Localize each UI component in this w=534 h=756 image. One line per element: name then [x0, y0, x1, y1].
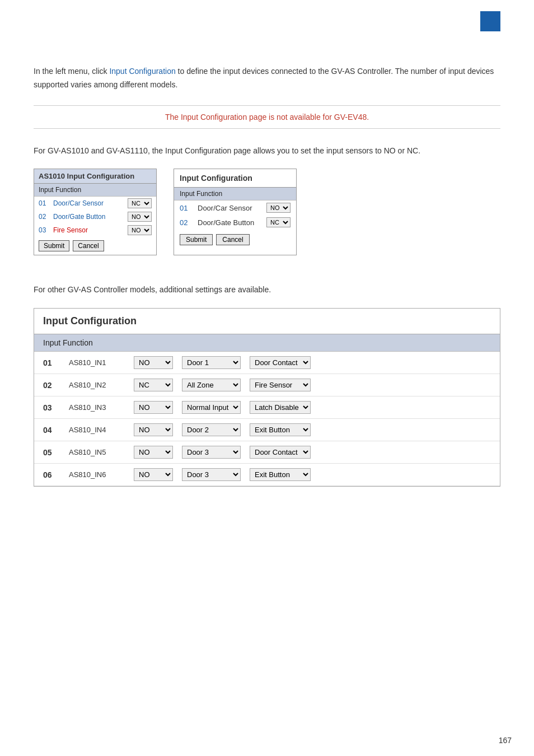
function-select[interactable]: Exit ButtonDoor ContactFire SensorLatch …	[250, 423, 311, 436]
row-num: 06	[43, 470, 60, 479]
table-row: 05 AS810_IN5 NONC Door 3Door 1Door 2All …	[34, 441, 500, 464]
row-label: Fire Sensor	[53, 226, 124, 234]
as1110-panel: Input Configuration Input Function 01 Do…	[174, 169, 297, 255]
row-num: 04	[43, 426, 60, 435]
nc-no-select[interactable]: NONC	[134, 468, 173, 481]
zone-select[interactable]: Door 3Door 1Door 2All ZoneNormal Input	[182, 468, 241, 481]
table-row: 06 AS810_IN6 NONC Door 3Door 1Door 2All …	[34, 464, 500, 486]
big-panel-title: Input Configuration	[34, 309, 500, 334]
blue-nav-square[interactable]	[480, 11, 500, 31]
row-name: AS810_IN4	[69, 426, 125, 434]
row-name: AS810_IN3	[69, 403, 125, 412]
configs-row: AS1010 Input Configuration Input Functio…	[34, 169, 500, 255]
as1110-panel-title: Input Configuration	[174, 169, 296, 188]
zone-select[interactable]: Door 2Door 1Door 3All ZoneNormal Input	[182, 423, 241, 436]
nc-no-select[interactable]: NCNO	[134, 379, 173, 391]
as1010-cancel-button[interactable]: Cancel	[73, 240, 104, 251]
intro-paragraph: In the left menu, click Input Configurat…	[34, 65, 500, 92]
row-select[interactable]: NONC	[266, 203, 291, 213]
zone-select[interactable]: Door 1Door 2Door 3All ZoneNormal Input	[182, 356, 241, 369]
table-row: 04 AS810_IN4 NONC Door 2Door 1Door 3All …	[34, 419, 500, 441]
row-num: 02	[180, 218, 193, 227]
row-num: 02	[39, 213, 50, 221]
zone-select[interactable]: Normal InputDoor 1Door 2Door 3All Zone	[182, 401, 241, 414]
table-row: 03 AS810_IN3 NONC Normal InputDoor 1Door…	[34, 396, 500, 419]
row-select[interactable]: NONC	[128, 212, 152, 222]
row-select[interactable]: NCNO	[128, 198, 152, 208]
as1010-buttons: Submit Cancel	[34, 237, 156, 255]
table-row: 01 Door/Car Sensor NCNO	[34, 197, 156, 210]
notice-text: The Input Configuration page is not avai…	[165, 113, 369, 122]
row-num: 05	[43, 448, 60, 457]
function-select[interactable]: Exit ButtonDoor ContactFire SensorLatch …	[250, 468, 311, 481]
as1010-panel-title: AS1010 Input Configuration	[34, 169, 156, 184]
as1010-panel: AS1010 Input Configuration Input Functio…	[34, 169, 157, 255]
as1010-submit-button[interactable]: Submit	[39, 240, 69, 251]
as1110-submit-button[interactable]: Submit	[180, 234, 213, 245]
table-row: 02 Door/Gate Button NCNO	[174, 215, 296, 230]
zone-select[interactable]: Door 3Door 1Door 2All ZoneNormal Input	[182, 446, 241, 459]
nc-no-select[interactable]: NONC	[134, 356, 173, 369]
row-label: Door/Car Sensor	[198, 204, 262, 212]
intro-link[interactable]: Input Configuration	[109, 67, 175, 76]
page-number: 167	[499, 736, 512, 745]
row-num: 02	[43, 381, 60, 390]
table-row: 03 Fire Sensor NONC	[34, 223, 156, 237]
section2-text: For other GV-AS Controller models, addit…	[34, 283, 500, 297]
row-name: AS810_IN5	[69, 448, 125, 456]
table-row: 02 AS810_IN2 NCNO All ZoneDoor 1Door 2Do…	[34, 374, 500, 396]
function-select[interactable]: Door ContactFire SensorLatch DisableExit…	[250, 446, 311, 459]
row-label: Door/Gate Button	[198, 218, 262, 227]
table-row: 01 Door/Car Sensor NONC	[174, 200, 296, 215]
function-select[interactable]: Latch DisableDoor ContactFire SensorExit…	[250, 401, 311, 414]
as1110-buttons: Submit Cancel	[174, 230, 296, 250]
nc-no-select[interactable]: NONC	[134, 401, 173, 414]
row-num: 01	[39, 199, 50, 207]
row-select[interactable]: NONC	[128, 225, 152, 235]
big-panel-section-header: Input Function	[34, 334, 500, 352]
zone-select[interactable]: All ZoneDoor 1Door 2Door 3Normal Input	[182, 379, 241, 391]
function-select[interactable]: Fire SensorDoor ContactLatch DisableExit…	[250, 379, 311, 391]
table-row: 01 AS810_IN1 NONC Door 1Door 2Door 3All …	[34, 352, 500, 374]
row-num: 01	[180, 204, 193, 212]
row-num: 03	[43, 403, 60, 412]
row-name: AS810_IN6	[69, 470, 125, 479]
row-select[interactable]: NCNO	[266, 217, 291, 227]
row-num: 03	[39, 226, 50, 234]
row-label: Door/Car Sensor	[53, 199, 124, 207]
top-bar	[34, 11, 500, 31]
nc-no-select[interactable]: NONC	[134, 423, 173, 436]
function-select[interactable]: Door ContactFire SensorLatch DisableExit…	[250, 356, 311, 369]
intro-text-before: In the left menu, click	[34, 67, 107, 76]
table-row: 02 Door/Gate Button NONC	[34, 210, 156, 223]
notice-box: The Input Configuration page is not avai…	[34, 105, 500, 129]
row-label: Door/Gate Button	[53, 213, 124, 221]
as1110-cancel-button[interactable]: Cancel	[216, 234, 249, 245]
nc-no-select[interactable]: NONC	[134, 446, 173, 459]
big-config-panel: Input Configuration Input Function 01 AS…	[34, 308, 500, 487]
row-num: 01	[43, 358, 60, 367]
row-name: AS810_IN1	[69, 358, 125, 367]
row-name: AS810_IN2	[69, 381, 125, 389]
section1-text: For GV-AS1010 and GV-AS1110, the Input C…	[34, 144, 500, 158]
as1010-section-header: Input Function	[34, 184, 156, 197]
as1110-section-header: Input Function	[174, 188, 296, 200]
